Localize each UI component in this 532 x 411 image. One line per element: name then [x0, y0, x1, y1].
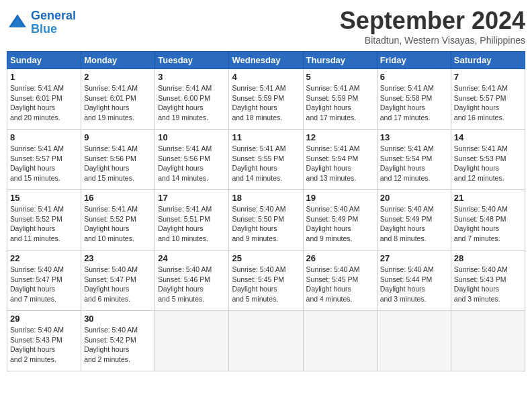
calendar-table: Sunday Monday Tuesday Wednesday Thursday… [7, 51, 525, 371]
calendar-cell: 7Sunrise: 5:41 AMSunset: 5:57 PMDaylight… [451, 69, 525, 130]
col-thursday: Thursday [303, 52, 377, 69]
day-number: 25 [232, 253, 300, 263]
calendar-cell: 11Sunrise: 5:41 AMSunset: 5:55 PMDayligh… [229, 130, 303, 190]
day-info: Sunrise: 5:41 AMSunset: 5:56 PMDaylight … [84, 144, 152, 183]
day-info: Sunrise: 5:41 AMSunset: 5:51 PMDaylight … [158, 204, 226, 244]
day-info: Sunrise: 5:40 AMSunset: 5:46 PMDaylight … [158, 265, 226, 304]
day-info: Sunrise: 5:41 AMSunset: 6:01 PMDaylight … [10, 83, 78, 123]
day-info: Sunrise: 5:41 AMSunset: 5:57 PMDaylight … [10, 144, 78, 183]
day-number: 26 [306, 253, 374, 263]
location-subtitle: Bitadtun, Western Visayas, Philippines [340, 35, 525, 46]
day-info: Sunrise: 5:41 AMSunset: 5:59 PMDaylight … [306, 83, 374, 123]
day-info: Sunrise: 5:40 AMSunset: 5:45 PMDaylight … [232, 265, 300, 304]
day-number: 13 [380, 132, 448, 142]
calendar-cell: 22Sunrise: 5:40 AMSunset: 5:47 PMDayligh… [7, 250, 81, 311]
calendar-cell: 1Sunrise: 5:41 AMSunset: 6:01 PMDaylight… [7, 69, 81, 130]
day-number: 8 [10, 132, 78, 142]
title-block: September 2024 Bitadtun, Western Visayas… [340, 7, 525, 46]
calendar-cell: 28Sunrise: 5:40 AMSunset: 5:43 PMDayligh… [451, 250, 525, 311]
day-info: Sunrise: 5:41 AMSunset: 6:01 PMDaylight … [84, 83, 152, 123]
calendar-cell [155, 311, 229, 371]
calendar-cell: 9Sunrise: 5:41 AMSunset: 5:56 PMDaylight… [81, 130, 155, 190]
day-info: Sunrise: 5:40 AMSunset: 5:43 PMDaylight … [454, 265, 522, 304]
calendar-cell: 12Sunrise: 5:41 AMSunset: 5:54 PMDayligh… [303, 130, 377, 190]
day-number: 21 [454, 193, 522, 203]
day-number: 22 [10, 253, 78, 263]
calendar-header-row: Sunday Monday Tuesday Wednesday Thursday… [7, 52, 525, 69]
day-number: 7 [454, 72, 522, 82]
calendar-cell: 4Sunrise: 5:41 AMSunset: 5:59 PMDaylight… [229, 69, 303, 130]
day-number: 1 [10, 72, 78, 82]
calendar-cell: 10Sunrise: 5:41 AMSunset: 5:56 PMDayligh… [155, 130, 229, 190]
day-number: 30 [84, 314, 152, 324]
day-info: Sunrise: 5:41 AMSunset: 5:59 PMDaylight … [232, 83, 300, 123]
day-number: 27 [380, 253, 448, 263]
calendar-cell: 8Sunrise: 5:41 AMSunset: 5:57 PMDaylight… [7, 130, 81, 190]
day-info: Sunrise: 5:40 AMSunset: 5:50 PMDaylight … [232, 204, 300, 244]
day-number: 20 [380, 193, 448, 203]
day-number: 16 [84, 193, 152, 203]
logo: General Blue [7, 9, 76, 36]
calendar-cell: 15Sunrise: 5:41 AMSunset: 5:52 PMDayligh… [7, 190, 81, 250]
day-info: Sunrise: 5:41 AMSunset: 5:56 PMDaylight … [158, 144, 226, 183]
day-number: 2 [84, 72, 152, 82]
day-info: Sunrise: 5:41 AMSunset: 6:00 PMDaylight … [158, 83, 226, 123]
calendar-cell: 25Sunrise: 5:40 AMSunset: 5:45 PMDayligh… [229, 250, 303, 311]
day-number: 3 [158, 72, 226, 82]
day-info: Sunrise: 5:41 AMSunset: 5:54 PMDaylight … [380, 144, 448, 183]
calendar-week-5: 29Sunrise: 5:40 AMSunset: 5:43 PMDayligh… [7, 311, 525, 371]
day-info: Sunrise: 5:40 AMSunset: 5:44 PMDaylight … [380, 265, 448, 304]
calendar-cell [377, 311, 451, 371]
calendar-cell: 19Sunrise: 5:40 AMSunset: 5:49 PMDayligh… [303, 190, 377, 250]
calendar-cell [451, 311, 525, 371]
day-number: 23 [84, 253, 152, 263]
day-info: Sunrise: 5:40 AMSunset: 5:45 PMDaylight … [306, 265, 374, 304]
calendar-cell: 24Sunrise: 5:40 AMSunset: 5:46 PMDayligh… [155, 250, 229, 311]
day-info: Sunrise: 5:40 AMSunset: 5:48 PMDaylight … [454, 204, 522, 244]
day-info: Sunrise: 5:40 AMSunset: 5:43 PMDaylight … [10, 325, 78, 365]
logo-icon [7, 12, 28, 34]
calendar-week-1: 1Sunrise: 5:41 AMSunset: 6:01 PMDaylight… [7, 69, 525, 130]
calendar-cell: 17Sunrise: 5:41 AMSunset: 5:51 PMDayligh… [155, 190, 229, 250]
day-number: 5 [306, 72, 374, 82]
day-number: 18 [232, 193, 300, 203]
calendar-cell: 23Sunrise: 5:40 AMSunset: 5:47 PMDayligh… [81, 250, 155, 311]
calendar-cell: 27Sunrise: 5:40 AMSunset: 5:44 PMDayligh… [377, 250, 451, 311]
calendar-cell: 20Sunrise: 5:40 AMSunset: 5:49 PMDayligh… [377, 190, 451, 250]
day-number: 28 [454, 253, 522, 263]
day-number: 10 [158, 132, 226, 142]
day-info: Sunrise: 5:40 AMSunset: 5:47 PMDaylight … [84, 265, 152, 304]
calendar-cell: 14Sunrise: 5:41 AMSunset: 5:53 PMDayligh… [451, 130, 525, 190]
col-monday: Monday [81, 52, 155, 69]
day-number: 14 [454, 132, 522, 142]
calendar-cell: 21Sunrise: 5:40 AMSunset: 5:48 PMDayligh… [451, 190, 525, 250]
day-info: Sunrise: 5:40 AMSunset: 5:47 PMDaylight … [10, 265, 78, 304]
day-info: Sunrise: 5:40 AMSunset: 5:49 PMDaylight … [380, 204, 448, 244]
day-number: 4 [232, 72, 300, 82]
calendar-cell: 30Sunrise: 5:40 AMSunset: 5:42 PMDayligh… [81, 311, 155, 371]
calendar-cell: 18Sunrise: 5:40 AMSunset: 5:50 PMDayligh… [229, 190, 303, 250]
day-number: 17 [158, 193, 226, 203]
day-info: Sunrise: 5:41 AMSunset: 5:58 PMDaylight … [380, 83, 448, 123]
calendar-cell: 6Sunrise: 5:41 AMSunset: 5:58 PMDaylight… [377, 69, 451, 130]
day-info: Sunrise: 5:41 AMSunset: 5:57 PMDaylight … [454, 83, 522, 123]
calendar-cell: 5Sunrise: 5:41 AMSunset: 5:59 PMDaylight… [303, 69, 377, 130]
day-info: Sunrise: 5:40 AMSunset: 5:42 PMDaylight … [84, 325, 152, 365]
calendar-cell: 13Sunrise: 5:41 AMSunset: 5:54 PMDayligh… [377, 130, 451, 190]
calendar-cell: 29Sunrise: 5:40 AMSunset: 5:43 PMDayligh… [7, 311, 81, 371]
calendar-cell: 16Sunrise: 5:41 AMSunset: 5:52 PMDayligh… [81, 190, 155, 250]
day-info: Sunrise: 5:41 AMSunset: 5:52 PMDaylight … [84, 204, 152, 244]
col-friday: Friday [377, 52, 451, 69]
calendar-week-4: 22Sunrise: 5:40 AMSunset: 5:47 PMDayligh… [7, 250, 525, 311]
day-number: 12 [306, 132, 374, 142]
day-info: Sunrise: 5:41 AMSunset: 5:53 PMDaylight … [454, 144, 522, 183]
col-wednesday: Wednesday [229, 52, 303, 69]
calendar-week-3: 15Sunrise: 5:41 AMSunset: 5:52 PMDayligh… [7, 190, 525, 250]
calendar-cell: 2Sunrise: 5:41 AMSunset: 6:01 PMDaylight… [81, 69, 155, 130]
day-number: 9 [84, 132, 152, 142]
calendar-cell: 26Sunrise: 5:40 AMSunset: 5:45 PMDayligh… [303, 250, 377, 311]
day-number: 6 [380, 72, 448, 82]
day-number: 11 [232, 132, 300, 142]
page-header: General Blue September 2024 Bitadtun, We… [7, 7, 525, 46]
day-info: Sunrise: 5:40 AMSunset: 5:49 PMDaylight … [306, 204, 374, 244]
